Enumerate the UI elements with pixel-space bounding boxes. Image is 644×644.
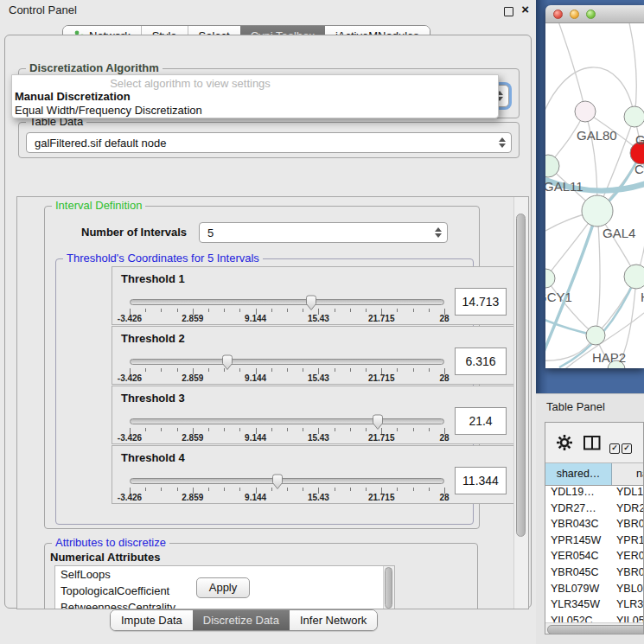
list-scrollbar-thumb[interactable] [385,567,392,609]
threshold-slider-track[interactable] [130,299,444,305]
cell-shared-name[interactable]: YER054C [551,550,599,562]
select-all-checkbox-icon[interactable]: ✓ [609,438,622,454]
group-title: Attributes to discretize [52,536,169,549]
tab-impute-data[interactable]: Impute Data [111,610,193,630]
slider-tick-labels: -3.4262.8599.14415.4321.71528 [130,493,444,503]
table-row[interactable]: YBR045CYBR04 [545,565,644,582]
close-icon[interactable]: × [521,2,529,16]
network-node[interactable] [545,269,555,288]
threshold-slider-track[interactable] [130,478,444,484]
network-graph[interactable]: GAL80G.CGAL11GAL4GCY1HHAP2 [545,23,644,368]
combo-arrows-icon [435,227,442,238]
network-canvas[interactable]: GAL80G.CGAL11GAL4GCY1HHAP2 [545,23,644,368]
network-node[interactable] [586,326,605,345]
network-edge[interactable] [558,23,585,112]
threshold-value-field[interactable]: 11.344 [455,467,507,494]
threshold-slider-track[interactable] [130,418,444,424]
slider-tick-labels: -3.4262.8599.14415.4321.71528 [130,314,444,324]
table-data-select[interactable]: galFiltered.sif default node [26,132,512,153]
cell-name[interactable]: YBR04 [616,518,644,530]
minimize-traffic-light-icon[interactable] [570,10,579,19]
threshold-coordinates-group: Threshold's Coordinates for 5 Intervals … [55,258,474,525]
tab-label: Discretize Data [203,610,279,630]
cell-name[interactable]: YLR34 [616,598,644,610]
cell-name[interactable]: YER05 [616,550,644,562]
table-toolbar: ✓ ✓ [545,423,643,462]
cell-shared-name[interactable]: YPR145W [551,534,601,546]
table-row[interactable]: YBL079WYBL07 [545,582,644,598]
cell-shared-name[interactable]: YDR27… [551,502,596,514]
network-edge[interactable] [628,23,636,117]
network-window[interactable]: GAL80G.CGAL11GAL4GCY1HHAP2 [545,5,644,368]
node-table: ✓ ✓ shared… na YDL19…YDL19YDR27…YDR27YBR… [545,422,644,634]
slider-tick-labels: -3.4262.8599.14415.4321.71528 [130,373,444,384]
cell-shared-name[interactable]: YLR345W [551,598,600,610]
panel-title: Control Panel [9,3,77,16]
deselect-checkbox-icon[interactable]: ✓ [622,438,634,454]
threshold-value-field[interactable]: 21.4 [455,407,507,435]
column-header-name[interactable]: na [612,463,644,485]
network-edge[interactable] [596,211,600,335]
node-label-hap2: HAP2 [592,350,626,365]
cell-name[interactable]: YDR27 [616,502,644,514]
cell-name[interactable]: YBL07 [616,583,644,595]
network-window-titlebar[interactable] [545,5,644,23]
tab-label: Infer Network [300,610,367,630]
table-row[interactable]: YPR145WYPR14 [545,533,644,550]
cell-name[interactable]: YPR14 [616,534,644,546]
algorithm-option-equal-width-frequency-discretization[interactable]: Equal Width/Frequency Discretization [12,104,498,118]
table-row[interactable]: YBR043CYBR04 [545,517,644,533]
slider-tick-labels: -3.4262.8599.14415.4321.71528 [130,433,444,443]
number-of-intervals-label: Number of Intervals [81,226,187,239]
main-scrollbar[interactable] [513,197,528,609]
control-panel: Control Panel × NetworkStyleSelectCyni T… [0,0,537,644]
threshold-value-field[interactable]: 6.316 [455,348,507,375]
hscroll-thumb[interactable] [547,625,644,634]
network-node[interactable] [575,101,596,122]
table-horizontal-scrollbar[interactable] [545,622,643,634]
network-node[interactable] [624,265,644,289]
close-traffic-light-icon[interactable] [553,10,563,19]
cell-shared-name[interactable]: YBR045C [551,566,599,578]
cell-name[interactable]: YDL19 [616,486,644,498]
table-row[interactable]: YDL19…YDL19 [545,485,644,501]
algorithm-prompt: Select algorithm to view settings [12,75,498,90]
threshold-label: Threshold 4 [121,451,185,464]
cell-shared-name[interactable]: YBR043C [551,518,599,530]
threshold-value-field[interactable]: 14.713 [455,288,507,316]
list-scrollbar[interactable] [383,566,394,609]
apply-button[interactable]: Apply [196,577,250,598]
threshold-slider-track[interactable] [130,359,444,365]
combo-arrows-icon [499,137,506,148]
float-window-icon[interactable] [504,7,513,16]
tab-infer-network[interactable]: Infer Network [290,610,377,630]
cell-shared-name[interactable]: YBL079W [551,583,599,595]
table-data-value: galFiltered.sif default node [35,137,166,150]
table-header-row: shared… na [545,462,644,486]
number-of-intervals-select[interactable]: 5 [199,222,448,243]
column-header-shared-name[interactable]: shared… [545,463,612,485]
attribute-item-betweennesscentrality[interactable]: BetweennessCentrality [55,599,394,609]
columns-icon[interactable] [583,436,601,454]
node-label-gcy1: GCY1 [545,290,572,304]
threshold-label: Threshold 1 [121,272,185,285]
node-label-c: C [634,162,644,176]
cell-name[interactable]: YBR04 [616,566,644,578]
table-row[interactable]: YDR27…YDR27 [545,501,644,518]
table-row[interactable]: YER054CYER05 [545,549,644,565]
table-row[interactable]: YLR345WYLR34 [545,597,644,614]
threshold-label: Threshold 2 [121,332,185,345]
group-title: Threshold's Coordinates for 5 Intervals [63,252,263,265]
node-label-gal11: GAL11 [545,179,583,194]
network-node[interactable] [624,106,644,127]
gear-icon[interactable] [556,434,573,455]
cell-shared-name[interactable]: YDL19… [551,486,595,498]
threshold-box-1: Threshold 1-3.4262.8599.14415.4321.71528… [112,266,514,325]
cyni-toolbox-content: Discretization Algorithm Table Data galF… [4,35,532,609]
zoom-traffic-light-icon[interactable] [586,10,596,19]
network-node[interactable] [582,195,613,226]
algorithm-option-manual-discretization[interactable]: Manual Discretization [12,90,498,104]
threshold-box-4: Threshold 4-3.4262.8599.14415.4321.71528… [112,445,514,504]
tab-discretize-data[interactable]: Discretize Data [193,610,290,630]
main-scrollbar-thumb[interactable] [516,214,526,537]
